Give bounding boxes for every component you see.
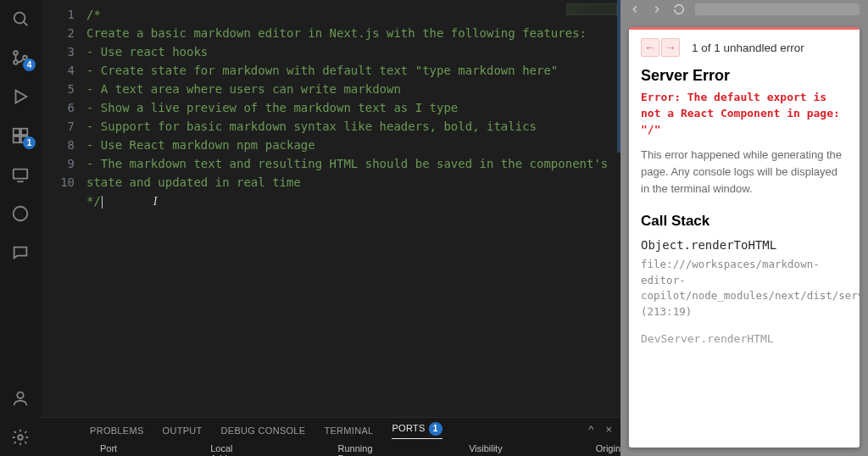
error-counter: 1 of 1 unhandled error bbox=[692, 42, 804, 54]
extensions-badge: 1 bbox=[23, 136, 36, 149]
text-cursor-icon: I bbox=[153, 195, 158, 208]
browser-reload-icon[interactable] bbox=[673, 3, 685, 15]
svg-point-14 bbox=[18, 435, 23, 440]
accounts-icon[interactable] bbox=[7, 386, 34, 410]
svg-point-3 bbox=[14, 60, 18, 64]
tab-ports[interactable]: PORTS1 bbox=[392, 422, 442, 439]
svg-point-0 bbox=[14, 13, 25, 24]
main-area: 12345678910 /*Create a basic markdown ed… bbox=[41, 0, 620, 456]
minimap[interactable] bbox=[566, 3, 617, 15]
error-message: Error: The default export is not a React… bbox=[641, 90, 848, 138]
settings-gear-icon[interactable] bbox=[7, 425, 34, 449]
line-number-gutter: 12345678910 bbox=[41, 0, 83, 417]
browser-toolbar bbox=[620, 0, 868, 19]
tab-terminal[interactable]: TERMINAL bbox=[324, 425, 373, 436]
ports-badge: 1 bbox=[429, 422, 442, 436]
stack-frame-loc: file:///workspaces/markdown-editor-copil… bbox=[641, 257, 848, 320]
svg-point-13 bbox=[17, 392, 23, 398]
col-running-process: Running Process bbox=[338, 443, 376, 456]
source-control-icon[interactable]: 4 bbox=[7, 46, 34, 70]
svg-rect-10 bbox=[14, 170, 28, 179]
col-local-address: Local Address bbox=[210, 443, 244, 456]
stack-frame-fn: DevServer.renderHTML bbox=[641, 332, 848, 345]
url-bar[interactable] bbox=[695, 3, 860, 15]
tab-output[interactable]: OUTPUT bbox=[163, 425, 203, 436]
col-visibility: Visibility bbox=[469, 443, 503, 456]
ports-table-header: Port Local Address Running Process Visib… bbox=[41, 443, 620, 456]
browser-forward-icon[interactable] bbox=[651, 3, 663, 15]
overview-ruler bbox=[617, 0, 620, 153]
callstack-heading: Call Stack bbox=[641, 213, 848, 230]
col-origin: Origin bbox=[596, 443, 620, 456]
code-content[interactable]: /*Create a basic markdown editor in Next… bbox=[83, 0, 620, 417]
search-icon[interactable] bbox=[7, 7, 34, 31]
bottom-panel: PROBLEMS OUTPUT DEBUG CONSOLE TERMINAL P… bbox=[41, 417, 620, 456]
run-debug-icon[interactable] bbox=[7, 85, 34, 108]
col-port: Port bbox=[100, 443, 117, 456]
svg-rect-7 bbox=[21, 129, 27, 135]
panel-close-icon[interactable]: × bbox=[605, 423, 612, 436]
code-editor[interactable]: 12345678910 /*Create a basic markdown ed… bbox=[41, 0, 620, 417]
extensions-icon[interactable]: 1 bbox=[7, 124, 34, 147]
error-next-button[interactable]: → bbox=[661, 38, 680, 57]
panel-tabs: PROBLEMS OUTPUT DEBUG CONSOLE TERMINAL P… bbox=[41, 418, 620, 443]
error-heading: Server Error bbox=[641, 67, 848, 85]
svg-marker-5 bbox=[16, 91, 27, 103]
browser-preview: ← → 1 of 1 unhandled error Server Error … bbox=[620, 0, 868, 456]
remote-explorer-icon[interactable] bbox=[7, 163, 34, 186]
source-control-badge: 4 bbox=[23, 58, 36, 71]
error-overlay: ← → 1 of 1 unhandled error Server Error … bbox=[629, 27, 860, 448]
browser-back-icon[interactable] bbox=[629, 3, 641, 15]
svg-point-2 bbox=[14, 51, 18, 55]
activity-bar: 4 1 bbox=[0, 0, 41, 456]
panel-maximize-icon[interactable]: ^ bbox=[588, 423, 593, 436]
github-icon[interactable] bbox=[7, 202, 34, 225]
tab-debug-console[interactable]: DEBUG CONSOLE bbox=[221, 425, 306, 436]
error-prev-button[interactable]: ← bbox=[641, 38, 659, 57]
svg-rect-6 bbox=[14, 129, 19, 135]
svg-rect-8 bbox=[14, 136, 19, 142]
error-description: This error happened while generating the… bbox=[641, 147, 848, 197]
stack-frame-fn: Object.renderToHTML bbox=[641, 238, 848, 252]
svg-point-12 bbox=[14, 207, 28, 221]
copilot-chat-icon[interactable] bbox=[7, 241, 34, 264]
svg-line-1 bbox=[24, 22, 27, 25]
tab-problems[interactable]: PROBLEMS bbox=[90, 425, 144, 436]
